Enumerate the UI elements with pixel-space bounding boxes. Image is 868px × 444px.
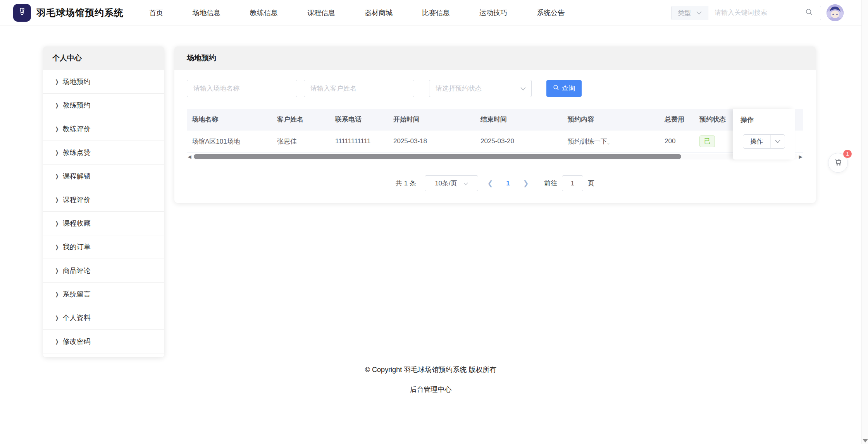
page: 羽毛球场馆预约系统 首页 场地信息 教练信息 课程信息 器材商城 比赛信息 运动… [0,0,868,444]
sidebar-item-coach-review[interactable]: ❯ 教练评价 [43,117,164,141]
brand-logo[interactable] [13,4,31,22]
fixed-action-column: 操作 操作 [733,109,795,159]
cell-booking-content: 预约训练一下。 [563,130,660,152]
sidebar-item-change-password[interactable]: ❯ 修改密码 [43,330,164,353]
table-row: 场馆A区101场地 张思佳 11111111111 2025-03-18 202… [187,130,803,153]
col-booking-content: 预约内容 [563,109,660,130]
page-scrollbar[interactable] [861,0,868,444]
sidebar-item-coach-like[interactable]: ❯ 教练点赞 [43,141,164,165]
search-type-label: 类型 [678,9,691,17]
col-action: 操作 [733,109,795,130]
sidebar-item-course-review[interactable]: ❯ 课程评价 [43,188,164,212]
customer-name-input[interactable] [304,80,414,97]
goto-page-group: 前往 页 [544,175,594,191]
venue-name-input[interactable] [187,80,297,97]
col-phone: 联系电话 [330,109,388,130]
booking-table: 场地名称 客户姓名 联系电话 开始时间 结束时间 预约内容 总费用 预约状态 场… [187,109,803,160]
header-search-button[interactable] [797,6,821,20]
sidebar-item-course-unlock[interactable]: ❯ 课程解锁 [43,165,164,188]
chevron-right-icon: ❯ [55,220,59,226]
goto-label: 前往 [544,179,557,188]
sidebar-item-course-favorite[interactable]: ❯ 课程收藏 [43,212,164,235]
col-end-time: 结束时间 [475,109,563,130]
action-button-label: 操作 [743,137,770,146]
personal-center-sidebar: 个人中心 ❯ 场地预约 ❯ 教练预约 ❯ 教练评价 ❯ 教练点赞 ❯ 课程解锁 … [43,46,164,357]
sidebar-item-label: 个人资料 [63,313,91,322]
nav-item-equipment-mall[interactable]: 器材商城 [365,8,393,17]
cell-venue-name: 场馆A区101场地 [187,130,272,152]
app-title: 羽毛球场馆预约系统 [36,7,124,19]
sidebar-item-profile[interactable]: ❯ 个人资料 [43,306,164,330]
cell-total-fee: 200 [660,130,694,152]
table-horizontal-scrollbar: ◀ ▶ [187,153,803,160]
admin-center-link[interactable]: 后台管理中心 [0,385,861,394]
main-nav: 首页 场地信息 教练信息 课程信息 器材商城 比赛信息 运动技巧 系统公告 [149,8,565,17]
chevron-down-icon [696,9,702,17]
next-page-icon[interactable]: ❯ [519,179,532,188]
booking-status-select[interactable]: 请选择预约状态 [429,80,532,97]
sidebar-item-label: 课程评价 [63,195,91,204]
cart-float-button[interactable]: 1 [828,153,848,173]
sidebar-item-label: 教练评价 [63,124,91,134]
chevron-right-icon: ❯ [55,79,59,85]
action-dropdown-button[interactable]: 操作 [743,134,785,149]
sidebar-item-product-comments[interactable]: ❯ 商品评论 [43,259,164,283]
table-header-row: 场地名称 客户姓名 联系电话 开始时间 结束时间 预约内容 总费用 预约状态 [187,109,803,130]
cell-end-time: 2025-03-20 [475,130,563,152]
nav-item-announcements[interactable]: 系统公告 [537,8,565,17]
cart-icon [834,158,843,168]
pagination: 共 1 条 10条/页 ❮ 1 ❯ 前往 页 [187,175,803,191]
panel-title: 场地预约 [174,46,816,70]
col-total-fee: 总费用 [660,109,694,130]
sidebar-item-label: 场地预约 [63,77,91,86]
scroll-right-icon[interactable]: ▶ [798,154,803,159]
scroll-down-icon[interactable] [863,439,868,442]
nav-item-coaches[interactable]: 教练信息 [250,8,278,17]
chevron-right-icon: ❯ [55,149,59,156]
search-type-select[interactable]: 类型 [672,6,708,20]
current-page[interactable]: 1 [502,180,514,187]
scrollbar-thumb[interactable] [194,154,681,159]
nav-item-matches[interactable]: 比赛信息 [422,8,450,17]
nav-item-courses[interactable]: 课程信息 [307,8,335,17]
cart-count-badge: 1 [843,150,852,158]
chevron-right-icon: ❯ [55,102,59,108]
page-unit-label: 页 [588,179,594,188]
col-customer-name: 客户姓名 [272,109,330,130]
chevron-down-icon [463,180,468,187]
page-footer: © Copyright 羽毛球场馆预约系统 版权所有 后台管理中心 [0,365,861,394]
scrollbar-track[interactable] [192,154,798,159]
nav-item-home[interactable]: 首页 [149,8,163,17]
panel-body: 请选择预约状态 查询 场地名称 客户姓名 [174,80,816,191]
nav-item-sport-tips[interactable]: 运动技巧 [479,8,507,17]
header-search-group: 类型 [671,6,821,20]
chevron-right-icon: ❯ [55,126,59,132]
chevron-right-icon: ❯ [55,315,59,321]
top-navbar: 羽毛球场馆预约系统 首页 场地信息 教练信息 课程信息 器材商城 比赛信息 运动… [0,0,861,26]
nav-item-venues[interactable]: 场地信息 [193,8,220,17]
page-size-select[interactable]: 10条/页 [425,175,478,191]
sidebar-item-venue-booking[interactable]: ❯ 场地预约 [43,70,164,94]
sidebar-item-label: 修改密码 [63,337,91,346]
cell-action: 操作 [733,130,795,153]
keyword-search-input[interactable] [708,6,797,20]
query-button-label: 查询 [562,84,575,93]
page-size-value: 10条/页 [435,179,457,188]
sidebar-item-my-orders[interactable]: ❯ 我的订单 [43,235,164,259]
sidebar-item-label: 教练预约 [63,101,91,110]
sidebar-item-system-messages[interactable]: ❯ 系统留言 [43,283,164,306]
scroll-left-icon[interactable]: ◀ [187,154,192,159]
copyright-text: © Copyright 羽毛球场馆预约系统 版权所有 [0,365,861,374]
goto-page-input[interactable] [562,175,583,191]
sidebar-item-label: 我的订单 [63,242,91,252]
sidebar-item-coach-booking[interactable]: ❯ 教练预约 [43,94,164,117]
user-avatar[interactable] [827,4,844,21]
pagination-total: 共 1 条 [396,179,416,188]
filter-bar: 请选择预约状态 查询 [187,80,803,97]
chevron-right-icon: ❯ [55,338,59,345]
prev-page-icon[interactable]: ❮ [484,179,497,188]
shuttlecock-icon [17,7,28,19]
status-select-placeholder: 请选择预约状态 [436,84,482,93]
chevron-right-icon: ❯ [55,244,59,250]
query-button[interactable]: 查询 [546,80,582,97]
